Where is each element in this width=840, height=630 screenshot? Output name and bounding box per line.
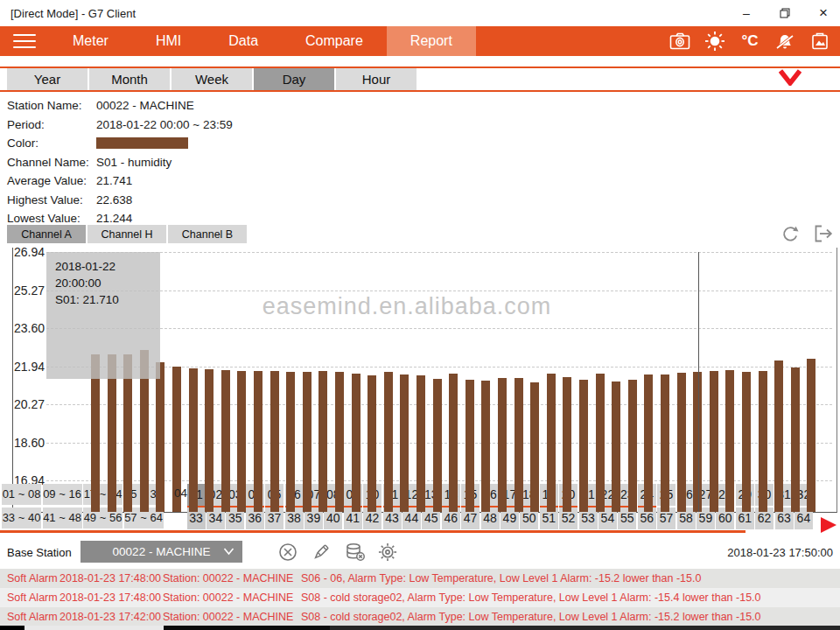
minimize-button[interactable]: – — [732, 0, 761, 26]
export-icon[interactable] — [814, 224, 835, 243]
selector-range-button[interactable]: 01 ~ 08 — [2, 484, 41, 505]
maximize-button[interactable] — [770, 0, 800, 26]
gridline — [46, 290, 832, 291]
nav-item-report[interactable]: Report — [387, 26, 476, 56]
bar[interactable] — [644, 374, 653, 512]
taskbar-edge — [164, 626, 330, 630]
bar[interactable] — [318, 371, 327, 512]
bar[interactable] — [563, 377, 571, 512]
screenshot-album-icon[interactable] — [808, 31, 831, 52]
selector-range-button[interactable]: 09 ~ 16 — [43, 484, 82, 505]
brightness-icon[interactable] — [704, 31, 726, 52]
taskbar-edge — [330, 626, 840, 630]
navbar-icons: °C — [668, 26, 840, 56]
bar[interactable] — [400, 374, 409, 512]
bar[interactable] — [270, 371, 279, 512]
bar[interactable] — [237, 371, 246, 512]
bar[interactable] — [791, 368, 800, 512]
window-title: [Direct Mode] - G7 Client — [10, 7, 136, 20]
bar[interactable] — [661, 374, 669, 512]
bar[interactable] — [774, 360, 783, 512]
channel-tab-b[interactable]: Channel B — [168, 225, 247, 243]
info-label: Color: — [7, 136, 96, 150]
nav-item-hmi[interactable]: HMI — [132, 26, 205, 56]
pencil-edit-icon[interactable] — [312, 542, 331, 562]
info-value: 21.741 — [96, 174, 132, 187]
selector-range-button[interactable]: 17 ~ 24 — [83, 484, 122, 505]
title-bar: [Direct Mode] - G7 Client – × — [0, 0, 840, 26]
info-row: Channel Name:S01 - humidity — [7, 153, 233, 172]
bar[interactable] — [466, 380, 474, 512]
chart-toolbar — [780, 224, 835, 243]
bar[interactable] — [530, 382, 539, 512]
bar[interactable] — [156, 362, 164, 512]
info-value: 00022 - MACHINE — [96, 99, 194, 112]
period-tab-hour[interactable]: Hour — [336, 68, 416, 90]
bar[interactable] — [303, 372, 312, 512]
bar[interactable] — [742, 372, 751, 512]
alarm-row[interactable]: Soft Alarm2018-01-23 17:48:00Station: 00… — [0, 588, 840, 607]
period-tab-week[interactable]: Week — [172, 68, 252, 90]
bar[interactable] — [433, 379, 442, 512]
selector-range-button[interactable]: 41 ~ 48 — [43, 508, 82, 528]
crosshair-line — [698, 252, 699, 512]
bar[interactable] — [710, 371, 718, 512]
nav-item-compare[interactable]: Compare — [282, 26, 387, 56]
period-tab-day[interactable]: Day — [254, 68, 334, 90]
bar[interactable] — [286, 372, 295, 512]
bar[interactable] — [254, 371, 262, 512]
bar[interactable] — [807, 359, 816, 512]
nav-item-data[interactable]: Data — [205, 26, 282, 56]
y-tick-label: 21.94 — [13, 360, 45, 374]
settings-gear-icon[interactable] — [378, 542, 397, 562]
bar[interactable] — [628, 380, 637, 512]
bar[interactable] — [352, 374, 360, 512]
period-tab-month[interactable]: Month — [89, 68, 170, 90]
bar[interactable] — [547, 374, 556, 512]
selector-range-button[interactable]: 49 ~ 56 — [83, 508, 122, 528]
bar[interactable] — [481, 381, 490, 512]
bar[interactable] — [449, 374, 458, 512]
bar[interactable] — [335, 372, 344, 512]
base-station-label: Base Station — [7, 546, 72, 559]
camera-icon[interactable] — [668, 31, 691, 52]
channel-tab-h[interactable]: Channel H — [88, 225, 166, 243]
cancel-circle-icon[interactable] — [278, 542, 298, 562]
bar[interactable] — [221, 370, 230, 512]
bar[interactable] — [596, 374, 605, 512]
bar[interactable] — [514, 378, 523, 512]
alarm-message: S08 - cold storage02, Alarm Type: Low Te… — [301, 592, 761, 604]
red-collapse-arrow-icon[interactable] — [779, 69, 802, 86]
bar[interactable] — [205, 369, 214, 512]
alarm-time: 2018-01-23 17:48:00 — [60, 592, 163, 604]
bell-off-icon[interactable] — [774, 31, 796, 52]
database-clear-icon[interactable] — [345, 542, 364, 562]
bar[interactable] — [725, 370, 734, 512]
hamburger-menu-icon[interactable] — [0, 26, 49, 56]
bar[interactable] — [498, 378, 507, 512]
alarm-row[interactable]: Soft Alarm2018-01-23 17:48:00Station: 00… — [0, 569, 840, 588]
refresh-icon[interactable] — [780, 224, 801, 243]
bar[interactable] — [384, 372, 393, 512]
period-tab-year[interactable]: Year — [7, 68, 88, 90]
base-station-dropdown[interactable]: 00022 - MACHINE — [80, 541, 242, 563]
bar[interactable] — [612, 382, 620, 512]
close-button[interactable]: × — [808, 0, 838, 26]
alarm-row[interactable]: Soft Alarm2018-01-23 17:42:00Station: 00… — [0, 607, 840, 626]
channel-tab-a[interactable]: Channel A — [7, 225, 86, 243]
info-label: Period: — [7, 118, 96, 131]
y-tick-label: 18.60 — [13, 436, 45, 450]
bar[interactable] — [579, 380, 588, 512]
info-label: Channel Name: — [7, 156, 96, 169]
y-tick-label: 25.27 — [13, 284, 45, 298]
alarm-station: Station: 00022 - MACHINE — [163, 572, 301, 584]
bar[interactable] — [677, 373, 686, 512]
nav-item-meter[interactable]: Meter — [49, 26, 132, 56]
selector-range-button[interactable]: 33 ~ 40 — [2, 508, 41, 528]
bar[interactable] — [189, 368, 198, 512]
red-next-arrow-icon[interactable] — [821, 517, 836, 533]
celsius-unit-icon[interactable]: °C — [738, 31, 761, 52]
bar[interactable] — [368, 375, 376, 512]
bar[interactable] — [416, 375, 425, 512]
bar[interactable] — [759, 371, 767, 512]
